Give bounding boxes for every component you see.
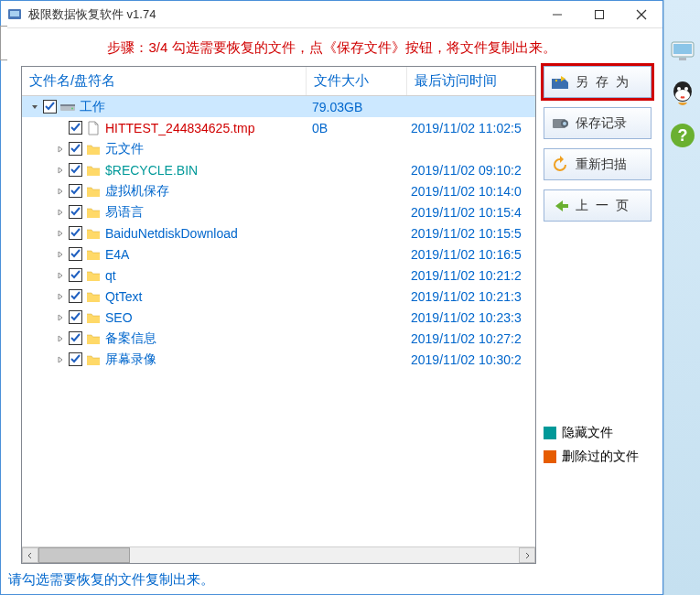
svg-point-8	[71, 107, 73, 109]
file-row[interactable]: qt2019/11/02 10:21:2	[22, 265, 535, 286]
folder-icon	[85, 183, 102, 200]
folder-icon	[85, 246, 102, 263]
file-row[interactable]: 屏幕录像2019/11/02 10:30:2	[22, 349, 535, 370]
file-row[interactable]: QtText2019/11/02 10:21:3	[22, 286, 535, 307]
file-name: $RECYCLE.BIN	[105, 163, 198, 178]
expander-icon[interactable]	[29, 102, 40, 113]
folder-icon	[85, 309, 102, 326]
prev-page-button[interactable]: 上 一 页	[544, 189, 652, 222]
expander-icon[interactable]	[55, 228, 66, 239]
folder-icon	[85, 141, 102, 157]
scroll-thumb[interactable]	[38, 547, 130, 563]
expander-icon[interactable]	[55, 312, 66, 323]
file-date: 2019/11/02 10:15:4	[407, 205, 535, 220]
file-row[interactable]: 易语言2019/11/02 10:15:4	[22, 201, 535, 222]
file-date: 2019/11/02 10:16:5	[407, 247, 535, 262]
svg-rect-3	[596, 10, 604, 18]
file-size: 0B	[307, 121, 407, 135]
legend-deleted-swatch	[544, 450, 556, 463]
save-record-button[interactable]: 保存记录	[544, 107, 652, 139]
expander-icon[interactable]	[55, 333, 66, 344]
prev-page-icon	[550, 196, 570, 216]
file-name: 易语言	[105, 204, 144, 221]
prev-page-label: 上 一 页	[576, 198, 630, 214]
file-checkbox[interactable]	[69, 268, 82, 282]
expander-icon[interactable]	[55, 186, 66, 197]
file-date: 2019/11/02 10:23:3	[407, 310, 535, 325]
file-row[interactable]: HITTEST_244834625.tmp0B2019/11/02 11:02:…	[22, 117, 535, 138]
window-controls	[536, 1, 662, 28]
svg-point-9	[555, 79, 557, 81]
close-button[interactable]	[620, 1, 662, 28]
file-checkbox[interactable]	[69, 247, 82, 261]
file-checkbox[interactable]	[43, 100, 57, 114]
minimize-button[interactable]	[536, 1, 578, 28]
file-row[interactable]: 工作79.03GB	[22, 96, 535, 117]
file-checkbox[interactable]	[69, 310, 82, 324]
expander-icon[interactable]	[55, 207, 66, 218]
file-checkbox[interactable]	[69, 289, 82, 303]
rescan-label: 重新扫描	[576, 157, 627, 173]
column-header-name[interactable]: 文件名/盘符名	[22, 67, 307, 95]
scroll-right-button[interactable]	[519, 547, 535, 563]
file-name: SEO	[105, 310, 133, 325]
file-date: 2019/11/02 09:10:2	[407, 163, 535, 178]
folder-icon	[85, 288, 102, 305]
file-checkbox[interactable]	[69, 205, 82, 219]
file-row[interactable]: SEO2019/11/02 10:23:3	[22, 307, 535, 328]
svg-point-17	[675, 90, 690, 101]
svg-text:?: ?	[677, 126, 687, 145]
strip-help-icon[interactable]: ?	[668, 121, 697, 150]
file-date: 2019/11/02 11:02:5	[407, 121, 535, 135]
legend-hidden: 隐藏文件	[544, 425, 652, 441]
expander-icon[interactable]	[55, 249, 66, 260]
folder-icon	[85, 162, 102, 178]
file-checkbox[interactable]	[69, 352, 82, 366]
expander-icon[interactable]	[55, 291, 66, 302]
file-row[interactable]: $RECYCLE.BIN2019/11/02 09:10:2	[22, 159, 535, 180]
save-as-button[interactable]: 另 存 为	[544, 66, 652, 98]
scroll-track[interactable]	[38, 547, 519, 563]
file-name: HITTEST_244834625.tmp	[105, 121, 254, 135]
file-list[interactable]: 工作79.03GBHITTEST_244834625.tmp0B2019/11/…	[22, 96, 535, 546]
file-row[interactable]: E4A2019/11/02 10:16:5	[22, 243, 535, 265]
file-name: 屏幕录像	[105, 352, 156, 368]
file-checkbox[interactable]	[69, 163, 82, 177]
column-header-size[interactable]: 文件大小	[307, 67, 407, 95]
file-checkbox[interactable]	[69, 226, 82, 240]
scroll-left-button[interactable]	[22, 547, 38, 563]
main-area: 文件名/盘符名 文件大小 最后访问时间 工作79.03GBHITTEST_244…	[1, 66, 662, 568]
column-header-date[interactable]: 最后访问时间	[407, 67, 535, 95]
expander-icon[interactable]	[55, 144, 66, 155]
file-date: 2019/11/02 10:21:3	[407, 289, 535, 304]
titlebar[interactable]: 极限数据恢复软件 v1.74	[1, 1, 662, 28]
side-panel: 另 存 为 保存记录 重新扫描 上 一 页 隐藏文件	[544, 66, 652, 564]
file-row[interactable]: 元文件	[22, 138, 535, 159]
file-checkbox[interactable]	[69, 142, 82, 156]
svg-rect-7	[60, 104, 75, 106]
file-checkbox[interactable]	[69, 121, 82, 135]
file-checkbox[interactable]	[69, 331, 82, 345]
right-toolbar-strip: ?	[663, 0, 700, 595]
left-window-stub	[0, 26, 7, 60]
expander-icon[interactable]	[55, 270, 66, 281]
rescan-button[interactable]: 重新扫描	[544, 148, 652, 180]
maximize-button[interactable]	[578, 1, 620, 28]
folder-icon	[85, 352, 102, 368]
file-row[interactable]: BaiduNetdiskDownload2019/11/02 10:15:5	[22, 222, 535, 243]
file-name: E4A	[105, 247, 129, 262]
expander-icon[interactable]	[55, 165, 66, 176]
svg-point-19	[684, 87, 688, 91]
file-date: 2019/11/02 10:21:2	[407, 268, 535, 283]
horizontal-scrollbar[interactable]	[22, 546, 535, 563]
file-checkbox[interactable]	[69, 184, 82, 198]
strip-qq-icon[interactable]	[668, 79, 697, 108]
file-row[interactable]: 备案信息2019/11/02 10:27:2	[22, 328, 535, 349]
file-row[interactable]: 虚拟机保存2019/11/02 10:14:0	[22, 180, 535, 201]
expander-icon[interactable]	[55, 354, 66, 365]
app-window: 极限数据恢复软件 v1.74 步骤：3/4 勾选需要恢复的文件，点《保存文件》按…	[0, 0, 663, 595]
svg-point-18	[677, 87, 681, 91]
strip-monitor-icon[interactable]	[668, 37, 697, 66]
save-as-icon	[550, 72, 570, 92]
drive-icon	[59, 99, 76, 115]
